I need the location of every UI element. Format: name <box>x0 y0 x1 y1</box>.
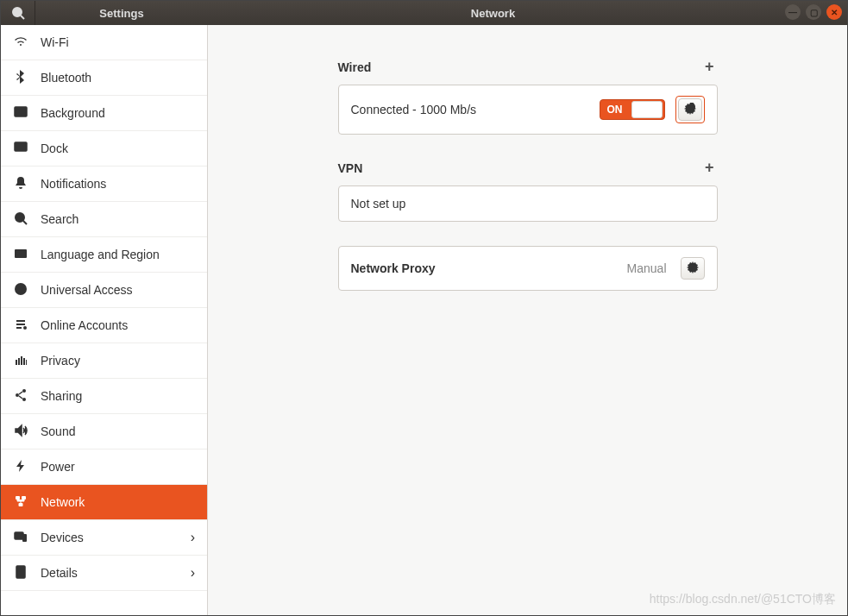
wired-settings-button[interactable] <box>678 98 702 121</box>
sidebar-item-notifications[interactable]: Notifications <box>1 167 207 202</box>
wired-toggle-label: ON <box>607 104 623 116</box>
power-icon <box>13 459 28 475</box>
sidebar-item-label: Universal Access <box>41 283 133 297</box>
proxy-mode: Manual <box>627 261 667 275</box>
window-title: Network <box>208 7 778 20</box>
sidebar-item-universal-access[interactable]: Universal Access <box>1 273 207 308</box>
sidebar-item-dock[interactable]: Dock <box>1 131 207 167</box>
content-area: Wired + Connected - 1000 Mb/s ON VPN <box>208 25 847 615</box>
sidebar-item-details[interactable]: Details› <box>1 556 207 591</box>
proxy-title: Network Proxy <box>351 261 617 275</box>
wired-section: Wired + Connected - 1000 Mb/s ON <box>338 58 718 135</box>
sidebar-item-label: Background <box>41 106 105 120</box>
sound-icon <box>13 424 28 440</box>
sidebar-item-power[interactable]: Power <box>1 449 207 485</box>
background-icon <box>13 105 28 122</box>
share-icon <box>13 388 28 405</box>
svg-rect-14 <box>16 496 20 500</box>
svg-point-5 <box>16 213 24 222</box>
add-wired-button[interactable]: + <box>701 58 718 76</box>
toggle-knob <box>631 101 663 118</box>
wifi-icon <box>13 35 28 51</box>
svg-rect-17 <box>15 532 23 539</box>
wired-status: Connected - 1000 Mb/s <box>351 103 589 116</box>
bluetooth-icon <box>13 70 28 86</box>
chevron-right-icon: › <box>191 565 195 581</box>
sidebar-item-label: Dock <box>41 141 68 155</box>
svg-rect-18 <box>22 534 27 542</box>
sidebar-item-label: Devices <box>41 531 84 544</box>
svg-rect-15 <box>22 496 26 500</box>
svg-point-13 <box>22 398 26 401</box>
sidebar-item-label: Privacy <box>41 354 80 368</box>
svg-rect-16 <box>19 503 23 506</box>
vpn-header: VPN <box>338 161 363 175</box>
sidebar-item-label: Online Accounts <box>41 318 128 332</box>
sidebar-item-wi-fi[interactable]: Wi-Fi <box>1 25 207 60</box>
search-icon <box>11 6 25 20</box>
svg-point-12 <box>16 393 19 397</box>
sidebar-item-bluetooth[interactable]: Bluetooth <box>1 60 207 96</box>
sidebar-title: Settings <box>35 7 208 20</box>
window-controls: — ▢ ✕ <box>785 4 842 20</box>
accessibility-icon <box>13 282 28 299</box>
sidebar-item-label: Language and Region <box>41 248 160 261</box>
sidebar-item-label: Bluetooth <box>41 71 91 85</box>
sidebar-item-network[interactable]: Network <box>1 485 207 520</box>
sidebar-item-label: Notifications <box>41 177 106 191</box>
proxy-section: Network Proxy Manual <box>338 246 718 291</box>
sidebar-item-search[interactable]: Search <box>1 202 207 237</box>
sidebar-item-label: Power <box>41 460 75 474</box>
minimize-button[interactable]: — <box>785 4 801 20</box>
proxy-settings-button[interactable] <box>681 257 705 280</box>
search-button[interactable] <box>1 1 35 25</box>
svg-point-11 <box>22 389 26 393</box>
sidebar-item-language-and-region[interactable]: Language and Region <box>1 237 207 273</box>
details-icon <box>13 565 28 581</box>
online-accounts-icon <box>13 317 28 334</box>
add-vpn-button[interactable]: + <box>701 159 718 177</box>
region-icon <box>13 247 28 263</box>
svg-point-9 <box>20 284 22 286</box>
network-icon <box>13 494 28 511</box>
sidebar-item-privacy[interactable]: Privacy <box>1 343 207 379</box>
maximize-button[interactable]: ▢ <box>806 4 821 20</box>
sidebar-item-sound[interactable]: Sound <box>1 414 207 449</box>
proxy-panel[interactable]: Network Proxy Manual <box>338 246 718 291</box>
vpn-status: Not set up <box>351 197 705 211</box>
sidebar-item-label: Search <box>41 212 79 226</box>
chevron-right-icon: › <box>191 530 195 545</box>
sidebar-item-label: Details <box>41 566 78 580</box>
wired-header: Wired <box>338 60 372 74</box>
sidebar-item-online-accounts[interactable]: Online Accounts <box>1 308 207 343</box>
svg-point-10 <box>23 326 27 330</box>
sidebar-item-devices[interactable]: Devices› <box>1 520 207 556</box>
sidebar-item-label: Sharing <box>41 389 82 403</box>
sidebar-item-label: Sound <box>41 424 75 438</box>
svg-point-0 <box>13 8 22 16</box>
wired-panel: Connected - 1000 Mb/s ON <box>338 85 718 135</box>
svg-rect-20 <box>20 569 22 570</box>
gear-icon <box>686 261 700 275</box>
dock-icon <box>13 141 28 157</box>
sidebar: Wi-FiBluetoothBackgroundDockNotification… <box>1 25 208 615</box>
privacy-icon <box>13 353 28 369</box>
wired-toggle[interactable]: ON <box>600 99 665 120</box>
svg-point-7 <box>16 252 20 255</box>
search-icon <box>13 211 28 228</box>
svg-rect-4 <box>15 148 27 151</box>
sidebar-item-sharing[interactable]: Sharing <box>1 379 207 414</box>
sidebar-item-background[interactable]: Background <box>1 96 207 131</box>
svg-rect-21 <box>20 571 22 575</box>
vpn-section: VPN + Not set up <box>338 159 718 222</box>
wired-settings-highlight <box>675 96 705 123</box>
titlebar: Settings Network — ▢ ✕ <box>1 1 847 25</box>
bell-icon <box>13 176 28 192</box>
vpn-panel: Not set up <box>338 185 718 222</box>
devices-icon <box>13 530 28 546</box>
sidebar-item-label: Wi-Fi <box>41 35 69 49</box>
gear-icon <box>683 103 697 116</box>
svg-point-2 <box>17 109 20 111</box>
sidebar-item-label: Network <box>41 495 85 509</box>
close-button[interactable]: ✕ <box>826 4 842 20</box>
